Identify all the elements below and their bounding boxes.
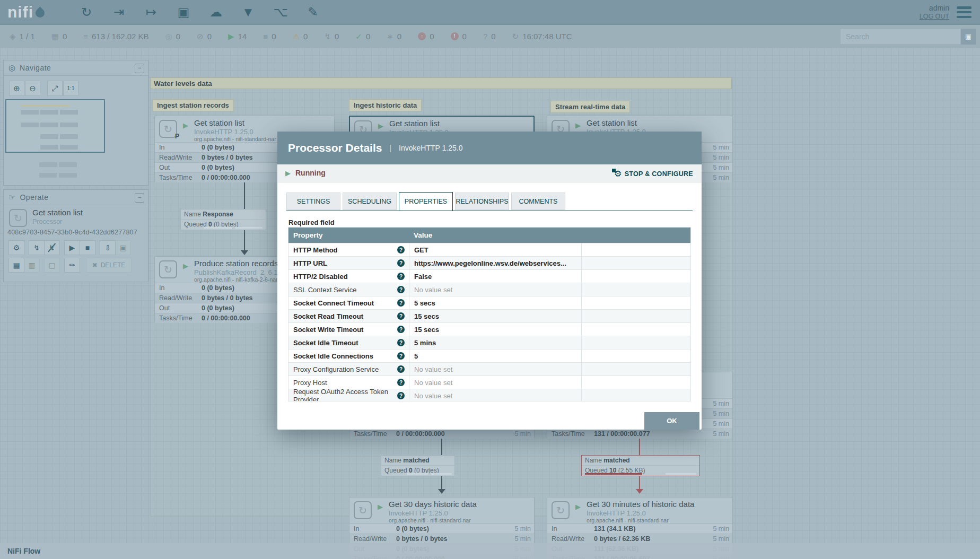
trash-icon: ✖ (92, 261, 98, 269)
process-group-icon[interactable]: ▣ (174, 3, 192, 21)
ok-button[interactable]: OK (644, 412, 699, 430)
input-port-icon[interactable]: ⇥ (110, 3, 128, 21)
table-row[interactable]: Request OAuth2 Access Token ProviderNo v… (288, 389, 690, 401)
change-color-button[interactable]: ✏ (64, 258, 80, 273)
help-icon[interactable] (397, 286, 405, 293)
table-row[interactable]: Proxy Configuration ServiceNo value set (288, 362, 690, 375)
connection-label-response[interactable]: Name Response Queued 0 (0 bytes) (180, 209, 266, 230)
table-row[interactable]: HTTP MethodGET (288, 243, 690, 256)
nifi-logo: nifi (7, 3, 45, 21)
tab-comments[interactable]: COMMENTS (511, 193, 565, 210)
table-row[interactable]: Proxy HostNo value set (288, 375, 690, 389)
minimap-block (60, 145, 78, 150)
copy-button[interactable]: ▤ (8, 258, 24, 273)
start-button[interactable]: ▶ (64, 240, 80, 255)
zoom-fit-button[interactable]: ⤢ (47, 81, 63, 96)
stop-button[interactable]: ■ (80, 240, 95, 255)
run-status-icon: ▶ (183, 262, 188, 270)
zoom-in-button[interactable]: ⊕ (9, 81, 24, 96)
configure-button[interactable]: ⚙ (8, 240, 24, 255)
flow-label[interactable]: Water levels data (150, 77, 732, 89)
table-row[interactable]: Socket Read Timeout15 secs (288, 309, 690, 322)
disable-button[interactable]: ↯ (44, 240, 60, 255)
output-port-icon[interactable]: ↦ (142, 3, 160, 21)
table-row[interactable]: Socket Idle Timeout5 mins (288, 336, 690, 349)
table-row[interactable]: SSL Context ServiceNo value set (288, 283, 690, 296)
table-row[interactable]: HTTP/2 DisabledFalse (288, 269, 690, 283)
zoom-out-button[interactable]: ⊖ (25, 81, 40, 96)
processor-icon[interactable]: ↻ (77, 3, 95, 21)
label-icon[interactable]: ✎ (304, 3, 322, 21)
funnel-icon[interactable]: ▼ (239, 3, 257, 21)
stale-icon: ↑ (418, 32, 426, 40)
table-row[interactable]: Socket Idle Connections5 (288, 349, 690, 362)
stopped-icon: ■ (263, 32, 268, 41)
refresh-icon[interactable]: ↻ (512, 32, 519, 41)
operate-palette: ☞ Operate ↻ Get station list Processor 4… (3, 189, 148, 282)
connection-label-matched-right[interactable]: Name matched Queued 10 (2.55 KB) (581, 455, 700, 476)
help-icon[interactable] (397, 392, 405, 399)
search-button[interactable]: ▣ (961, 29, 976, 45)
global-menu-icon[interactable] (957, 6, 972, 18)
user-box: admin LOG OUT (920, 4, 949, 21)
help-icon[interactable] (397, 273, 405, 280)
birdseye-view[interactable] (5, 99, 105, 153)
stop-and-configure-button[interactable]: ⚙ STOP & CONFIGURE (614, 169, 693, 179)
breadcrumb-bar: NiFi Flow (0, 543, 980, 559)
remote-process-group-icon[interactable]: ☁ (207, 3, 225, 21)
minimap-block (39, 162, 57, 167)
status-transmitting: ◎0 (165, 32, 180, 41)
processor-details-dialog: Processor Details InvokeHTTP 1.25.0 ▶ Ru… (277, 132, 702, 430)
collapse-navigate-icon[interactable] (135, 64, 144, 73)
minimap-block (40, 123, 58, 127)
help-icon[interactable] (397, 312, 405, 320)
disabled-icon: ↯ (324, 32, 331, 41)
group-button: ▣ (115, 240, 131, 255)
operate-header[interactable]: ☞ Operate (4, 190, 148, 205)
help-icon[interactable] (397, 365, 405, 373)
navigate-header[interactable]: ◎ Navigate (4, 60, 148, 76)
table-row[interactable]: HTTP URLhttps://www.pegelonline.wsv.de/w… (288, 256, 690, 269)
collapse-operate-icon[interactable] (135, 193, 144, 203)
help-icon[interactable] (397, 246, 405, 254)
breadcrumb[interactable]: NiFi Flow (7, 547, 40, 555)
tab-relationships[interactable]: RELATIONSHIPS (455, 193, 509, 210)
status-queued: ≡613 / 162.02 KB (83, 32, 148, 41)
tab-scheduling[interactable]: SCHEDULING (343, 193, 397, 210)
zoom-actual-button[interactable]: 1:1 (63, 81, 78, 96)
table-row[interactable]: Socket Connect Timeout5 secs (288, 296, 690, 309)
processor-type: InvokeHTTP 1.25.0 (587, 509, 646, 517)
status-up-to-date: ✓0 (355, 32, 370, 41)
queue-size-bar (235, 227, 262, 229)
logout-link[interactable]: LOG OUT (920, 12, 949, 21)
help-icon[interactable] (397, 339, 405, 346)
column-value: Value (409, 231, 581, 239)
group-label-ingest-station-records[interactable]: Ingest station records (152, 99, 234, 111)
help-icon[interactable] (397, 259, 405, 267)
connection-arrow-icon (636, 489, 643, 494)
template-icon[interactable]: ⌥ (272, 3, 290, 21)
tab-properties[interactable]: PROPERTIES (399, 192, 453, 211)
invalid-icon: ⚠ (293, 32, 300, 41)
table-row[interactable]: Socket Write Timeout15 secs (288, 322, 690, 336)
connection-label-matched-left[interactable]: Name matched Queued 0 (0 bytes) (381, 455, 455, 476)
connection-queue: Queued 0 (0 bytes) (181, 220, 266, 230)
search-input[interactable] (841, 32, 960, 41)
selected-component-type: Processor (32, 218, 62, 225)
help-icon[interactable] (397, 326, 405, 333)
group-label-ingest-historic-data[interactable]: Ingest historic data (349, 99, 422, 111)
status-cluster: ◈1 / 1 (10, 32, 35, 41)
help-icon[interactable] (397, 352, 405, 360)
enable-button[interactable]: ↯ (29, 240, 45, 255)
connection-name: Name matched (582, 456, 699, 466)
minimap-block (40, 134, 58, 139)
save-template-button[interactable]: ⇩ (100, 240, 116, 255)
group-label-stream-real-time-data[interactable]: Stream real-time data (550, 101, 630, 113)
processor-bundle: org.apache.nifi - nifi-kafka-2-6-nar (194, 276, 278, 283)
help-icon[interactable] (397, 379, 405, 386)
tab-settings[interactable]: SETTINGS (286, 193, 340, 210)
not-transmitting-icon: ⊘ (197, 32, 204, 41)
last-refresh[interactable]: ↻16:07:48 UTC (512, 32, 572, 41)
help-icon[interactable] (397, 299, 405, 307)
status-modified-stale: !0 (451, 32, 467, 41)
